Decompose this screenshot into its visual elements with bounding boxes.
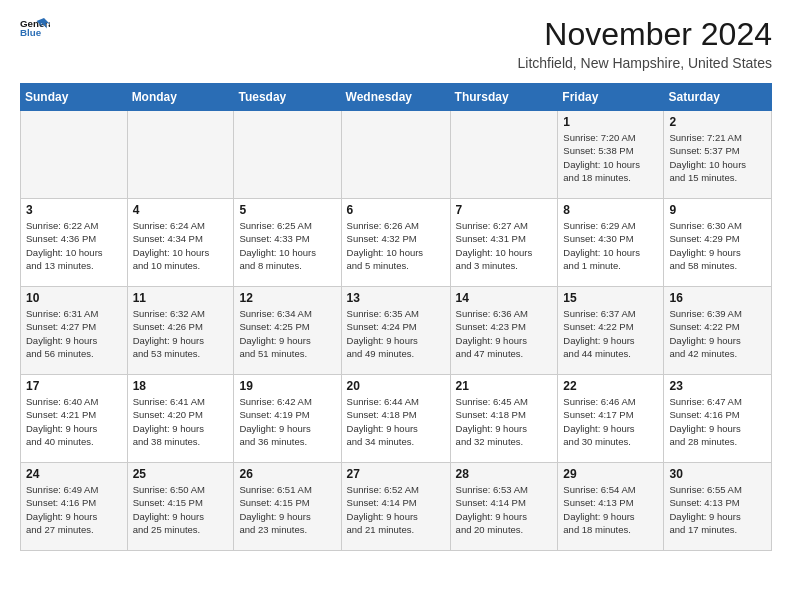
day-info: Sunrise: 6:41 AM Sunset: 4:20 PM Dayligh…	[133, 395, 229, 448]
weekday-header-wednesday: Wednesday	[341, 84, 450, 111]
calendar-cell: 2Sunrise: 7:21 AM Sunset: 5:37 PM Daylig…	[664, 111, 772, 199]
day-number: 7	[456, 203, 553, 217]
day-number: 29	[563, 467, 658, 481]
day-number: 25	[133, 467, 229, 481]
day-info: Sunrise: 6:35 AM Sunset: 4:24 PM Dayligh…	[347, 307, 445, 360]
calendar-cell	[450, 111, 558, 199]
day-number: 23	[669, 379, 766, 393]
day-info: Sunrise: 6:26 AM Sunset: 4:32 PM Dayligh…	[347, 219, 445, 272]
day-number: 24	[26, 467, 122, 481]
calendar-cell: 10Sunrise: 6:31 AM Sunset: 4:27 PM Dayli…	[21, 287, 128, 375]
day-number: 19	[239, 379, 335, 393]
calendar-cell: 15Sunrise: 6:37 AM Sunset: 4:22 PM Dayli…	[558, 287, 664, 375]
calendar-cell: 22Sunrise: 6:46 AM Sunset: 4:17 PM Dayli…	[558, 375, 664, 463]
day-info: Sunrise: 6:49 AM Sunset: 4:16 PM Dayligh…	[26, 483, 122, 536]
day-number: 12	[239, 291, 335, 305]
weekday-header-sunday: Sunday	[21, 84, 128, 111]
calendar-table: SundayMondayTuesdayWednesdayThursdayFrid…	[20, 83, 772, 551]
weekday-header-monday: Monday	[127, 84, 234, 111]
day-number: 27	[347, 467, 445, 481]
weekday-header-row: SundayMondayTuesdayWednesdayThursdayFrid…	[21, 84, 772, 111]
day-number: 22	[563, 379, 658, 393]
calendar-week-row: 17Sunrise: 6:40 AM Sunset: 4:21 PM Dayli…	[21, 375, 772, 463]
calendar-cell	[127, 111, 234, 199]
calendar-body: 1Sunrise: 7:20 AM Sunset: 5:38 PM Daylig…	[21, 111, 772, 551]
day-info: Sunrise: 6:42 AM Sunset: 4:19 PM Dayligh…	[239, 395, 335, 448]
day-number: 9	[669, 203, 766, 217]
day-info: Sunrise: 6:40 AM Sunset: 4:21 PM Dayligh…	[26, 395, 122, 448]
day-number: 14	[456, 291, 553, 305]
day-number: 16	[669, 291, 766, 305]
day-number: 17	[26, 379, 122, 393]
day-info: Sunrise: 6:25 AM Sunset: 4:33 PM Dayligh…	[239, 219, 335, 272]
calendar-cell: 17Sunrise: 6:40 AM Sunset: 4:21 PM Dayli…	[21, 375, 128, 463]
calendar-cell: 9Sunrise: 6:30 AM Sunset: 4:29 PM Daylig…	[664, 199, 772, 287]
calendar-header: SundayMondayTuesdayWednesdayThursdayFrid…	[21, 84, 772, 111]
day-info: Sunrise: 6:47 AM Sunset: 4:16 PM Dayligh…	[669, 395, 766, 448]
day-info: Sunrise: 6:27 AM Sunset: 4:31 PM Dayligh…	[456, 219, 553, 272]
calendar-cell: 12Sunrise: 6:34 AM Sunset: 4:25 PM Dayli…	[234, 287, 341, 375]
day-info: Sunrise: 6:53 AM Sunset: 4:14 PM Dayligh…	[456, 483, 553, 536]
day-info: Sunrise: 6:39 AM Sunset: 4:22 PM Dayligh…	[669, 307, 766, 360]
day-number: 4	[133, 203, 229, 217]
calendar-cell: 24Sunrise: 6:49 AM Sunset: 4:16 PM Dayli…	[21, 463, 128, 551]
day-info: Sunrise: 6:46 AM Sunset: 4:17 PM Dayligh…	[563, 395, 658, 448]
weekday-header-thursday: Thursday	[450, 84, 558, 111]
calendar-cell: 28Sunrise: 6:53 AM Sunset: 4:14 PM Dayli…	[450, 463, 558, 551]
calendar-week-row: 24Sunrise: 6:49 AM Sunset: 4:16 PM Dayli…	[21, 463, 772, 551]
calendar-week-row: 3Sunrise: 6:22 AM Sunset: 4:36 PM Daylig…	[21, 199, 772, 287]
day-number: 15	[563, 291, 658, 305]
calendar-cell: 20Sunrise: 6:44 AM Sunset: 4:18 PM Dayli…	[341, 375, 450, 463]
calendar-cell: 8Sunrise: 6:29 AM Sunset: 4:30 PM Daylig…	[558, 199, 664, 287]
day-info: Sunrise: 6:22 AM Sunset: 4:36 PM Dayligh…	[26, 219, 122, 272]
calendar-cell: 25Sunrise: 6:50 AM Sunset: 4:15 PM Dayli…	[127, 463, 234, 551]
calendar-cell: 19Sunrise: 6:42 AM Sunset: 4:19 PM Dayli…	[234, 375, 341, 463]
day-info: Sunrise: 6:44 AM Sunset: 4:18 PM Dayligh…	[347, 395, 445, 448]
calendar-cell: 14Sunrise: 6:36 AM Sunset: 4:23 PM Dayli…	[450, 287, 558, 375]
day-number: 28	[456, 467, 553, 481]
calendar-cell	[234, 111, 341, 199]
day-info: Sunrise: 6:31 AM Sunset: 4:27 PM Dayligh…	[26, 307, 122, 360]
calendar-cell: 3Sunrise: 6:22 AM Sunset: 4:36 PM Daylig…	[21, 199, 128, 287]
day-number: 1	[563, 115, 658, 129]
day-info: Sunrise: 6:55 AM Sunset: 4:13 PM Dayligh…	[669, 483, 766, 536]
day-info: Sunrise: 6:24 AM Sunset: 4:34 PM Dayligh…	[133, 219, 229, 272]
day-number: 13	[347, 291, 445, 305]
day-number: 3	[26, 203, 122, 217]
day-number: 8	[563, 203, 658, 217]
day-info: Sunrise: 6:54 AM Sunset: 4:13 PM Dayligh…	[563, 483, 658, 536]
calendar-cell: 29Sunrise: 6:54 AM Sunset: 4:13 PM Dayli…	[558, 463, 664, 551]
calendar-cell: 26Sunrise: 6:51 AM Sunset: 4:15 PM Dayli…	[234, 463, 341, 551]
logo: General Blue	[20, 16, 50, 38]
day-info: Sunrise: 6:32 AM Sunset: 4:26 PM Dayligh…	[133, 307, 229, 360]
weekday-header-friday: Friday	[558, 84, 664, 111]
calendar-cell: 5Sunrise: 6:25 AM Sunset: 4:33 PM Daylig…	[234, 199, 341, 287]
title-section: November 2024 Litchfield, New Hampshire,…	[518, 16, 772, 71]
calendar-cell: 4Sunrise: 6:24 AM Sunset: 4:34 PM Daylig…	[127, 199, 234, 287]
calendar-cell: 23Sunrise: 6:47 AM Sunset: 4:16 PM Dayli…	[664, 375, 772, 463]
weekday-header-tuesday: Tuesday	[234, 84, 341, 111]
day-info: Sunrise: 7:21 AM Sunset: 5:37 PM Dayligh…	[669, 131, 766, 184]
calendar-cell	[21, 111, 128, 199]
day-info: Sunrise: 6:30 AM Sunset: 4:29 PM Dayligh…	[669, 219, 766, 272]
day-info: Sunrise: 6:52 AM Sunset: 4:14 PM Dayligh…	[347, 483, 445, 536]
day-number: 26	[239, 467, 335, 481]
calendar-cell: 30Sunrise: 6:55 AM Sunset: 4:13 PM Dayli…	[664, 463, 772, 551]
day-info: Sunrise: 6:51 AM Sunset: 4:15 PM Dayligh…	[239, 483, 335, 536]
day-info: Sunrise: 6:34 AM Sunset: 4:25 PM Dayligh…	[239, 307, 335, 360]
calendar-cell: 13Sunrise: 6:35 AM Sunset: 4:24 PM Dayli…	[341, 287, 450, 375]
calendar-cell: 21Sunrise: 6:45 AM Sunset: 4:18 PM Dayli…	[450, 375, 558, 463]
calendar-week-row: 1Sunrise: 7:20 AM Sunset: 5:38 PM Daylig…	[21, 111, 772, 199]
logo-icon: General Blue	[20, 16, 50, 38]
day-number: 30	[669, 467, 766, 481]
day-number: 5	[239, 203, 335, 217]
calendar-cell: 18Sunrise: 6:41 AM Sunset: 4:20 PM Dayli…	[127, 375, 234, 463]
calendar-cell: 6Sunrise: 6:26 AM Sunset: 4:32 PM Daylig…	[341, 199, 450, 287]
weekday-header-saturday: Saturday	[664, 84, 772, 111]
calendar-cell: 16Sunrise: 6:39 AM Sunset: 4:22 PM Dayli…	[664, 287, 772, 375]
day-info: Sunrise: 6:50 AM Sunset: 4:15 PM Dayligh…	[133, 483, 229, 536]
page-header: General Blue November 2024 Litchfield, N…	[20, 16, 772, 71]
day-number: 18	[133, 379, 229, 393]
calendar-cell	[341, 111, 450, 199]
day-number: 11	[133, 291, 229, 305]
